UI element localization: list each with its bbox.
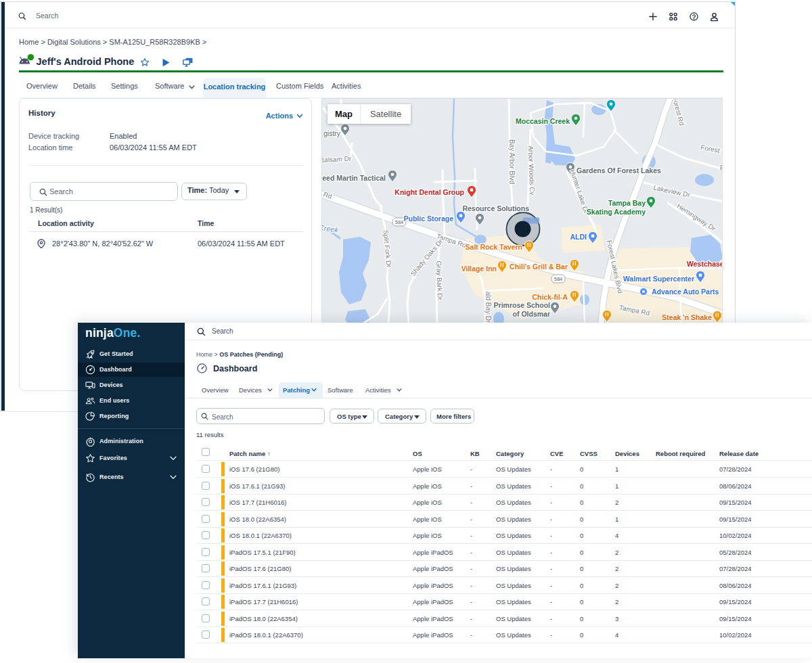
svg-text:Bay Arbor Blvd: Bay Arbor Blvd (508, 139, 516, 184)
svg-text:Tampa Bay: Tampa Bay (608, 199, 646, 207)
svg-text:Walmart Supercenter: Walmart Supercenter (623, 275, 694, 283)
svg-text:Resource Solutions: Resource Solutions (462, 204, 529, 212)
svg-text:Chick-fil-A: Chick-fil-A (533, 293, 568, 301)
svg-text:584: 584 (554, 276, 563, 282)
svg-text:Public Storage: Public Storage (403, 214, 453, 223)
svg-text:ald Bay Dr: ald Bay Dr (484, 292, 492, 323)
svg-text:Pes: Pes (720, 164, 723, 172)
svg-text:Lockheed Martin Tactical: Lockheed Martin Tactical (322, 174, 386, 182)
svg-text:of Oldsmar: of Oldsmar (513, 310, 550, 318)
svg-text:Chili's Grill & Bar: Chili's Grill & Bar (510, 262, 568, 271)
svg-text:Village Inn: Village Inn (461, 265, 497, 273)
svg-text:Moccasin Creek: Moccasin Creek (516, 117, 570, 125)
svg-text:Westchase: Westchase (687, 260, 723, 268)
svg-text:Primrose School: Primrose School (494, 301, 551, 309)
svg-text:Advance Auto Parts: Advance Auto Parts (652, 288, 719, 296)
svg-text:Steak 'n Shake: Steak 'n Shake (662, 313, 712, 321)
svg-text:Gardens Of Forest Lakes: Gardens Of Forest Lakes (577, 166, 661, 175)
svg-text:ALDI: ALDI (570, 233, 587, 241)
svg-text:Skating Academy: Skating Academy (587, 208, 646, 216)
svg-text:Gray Bark Dr: Gray Bark Dr (435, 261, 444, 301)
svg-text:gistry: gistry (323, 129, 341, 137)
svg-text:Salt Rock Tavern: Salt Rock Tavern (466, 243, 522, 251)
svg-text:584: 584 (395, 219, 404, 225)
svg-text:Knight Dental Group: Knight Dental Group (394, 188, 464, 196)
